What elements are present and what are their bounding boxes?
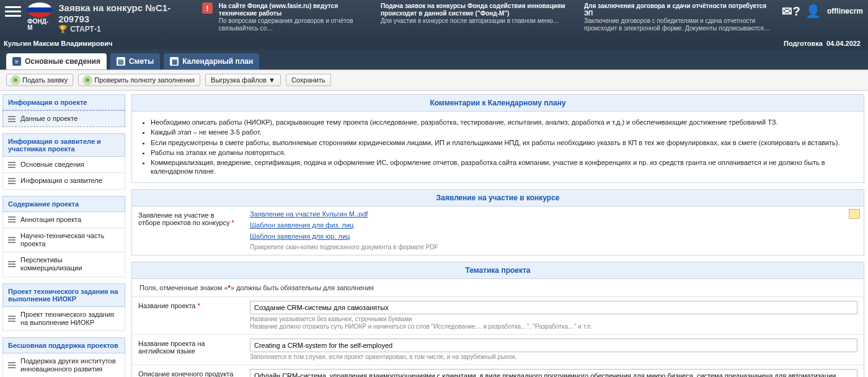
- application-file-link[interactable]: Заявление на участие Кульгин М..pdf: [250, 210, 857, 218]
- comment-item: Необходимо описать работы (НИОКР), раскр…: [151, 118, 856, 126]
- side-item-main-info[interactable]: Основные сведения: [2, 157, 125, 173]
- application-hint: Прикрепите скан-копию подписанного докум…: [250, 244, 857, 251]
- side-group-project-content: Содержание проекта: [2, 196, 125, 212]
- save-button[interactable]: Сохранить: [286, 74, 331, 86]
- doc-icon: ≡: [12, 57, 21, 66]
- header-info: На сайте Фонда (www.fasie.ru) ведутся те…: [219, 2, 776, 32]
- product-desc-textarea[interactable]: [250, 369, 857, 377]
- note-icon[interactable]: [849, 209, 860, 219]
- list-icon: [8, 178, 16, 184]
- side-item-annotation[interactable]: Аннотация проекта: [2, 212, 125, 228]
- user-icon[interactable]: 👤: [805, 2, 822, 20]
- sheet-icon: ▤: [117, 57, 125, 66]
- title-block: Заявка на конкурс №С1-209793 🏆 СТАРТ-1: [58, 2, 192, 33]
- person-name: Кульгин Максим Владимирович: [4, 40, 112, 47]
- tabs-bar: ≡Основные сведения ▤Сметы ▦Календарный п…: [0, 50, 868, 70]
- side-item-commercialization[interactable]: Перспективы коммерциализации: [2, 252, 125, 277]
- side-item-other-support[interactable]: Поддержка других институтов инновационно…: [2, 353, 125, 377]
- info1-text: По вопросам содержания договоров и отчёт…: [219, 17, 370, 32]
- panel-topic: Тематика проекта Поля, отмеченные знаком…: [131, 262, 864, 377]
- status-date: 04.04.2022: [826, 40, 861, 47]
- side-group-seamless: Бесшовная поддержка проектов: [2, 337, 125, 353]
- template-individual-link[interactable]: Шаблон заявления для физ. лиц: [250, 221, 857, 229]
- comment-item: Каждый этап – не менее 3-5 работ.: [151, 128, 856, 136]
- info1-bold: На сайте Фонда (www.fasie.ru) ведутся те…: [219, 2, 370, 17]
- warning-icon[interactable]: !: [202, 2, 213, 14]
- list-icon: [8, 237, 16, 243]
- tab-label: Сметы: [129, 57, 154, 66]
- tab-main-info[interactable]: ≡Основные сведения: [6, 53, 107, 69]
- main-area: Комментарии к Календарному плану Необход…: [125, 91, 868, 377]
- list-icon: [8, 216, 16, 223]
- comment-item: Работы на этапах не должны повторяться.: [151, 148, 856, 157]
- messages-icon[interactable]: ✉?: [782, 2, 800, 20]
- required-fields-note: Поля, отмеченные знаком «*» должны быть …: [132, 279, 864, 296]
- info2-bold: Подача заявок на конкурсы Фонда содейств…: [381, 2, 573, 17]
- application-label: Заявление на участие в отборе проектов п…: [132, 206, 244, 255]
- panel-topic-title: Тематика проекта: [132, 262, 864, 279]
- tab-calendar-plan[interactable]: ▦Календарный план: [164, 53, 259, 69]
- logo-text: ФОНД-М: [27, 19, 52, 31]
- side-group-tz: Проект технического задания на выполнени…: [2, 283, 125, 307]
- list-icon: [8, 116, 16, 122]
- side-group-project-info: Информация о проекте: [2, 94, 125, 110]
- app-logo: ФОНД-М: [27, 2, 52, 31]
- side-item-applicant[interactable]: Информация о заявителе: [2, 173, 125, 189]
- subheader: Кульгин Максим Владимирович Подготовка 0…: [0, 38, 868, 50]
- side-item-scitech[interactable]: Научно-техническая часть проекта: [2, 228, 125, 252]
- menu-hamburger-icon[interactable]: [5, 2, 21, 20]
- panel-application: Заявление на участие в конкурсе Заявлени…: [131, 189, 864, 255]
- info3-bold: Для заключения договора и сдачи отчётнос…: [584, 2, 776, 17]
- comment-item: Коммерциализация, внедрение, сертификаци…: [151, 158, 856, 176]
- panel-application-title: Заявление на участие в конкурсе: [132, 190, 864, 206]
- product-desc-label: Описание конечного продукта *: [132, 365, 244, 377]
- sidebar: Информация о проекте Данные о проекте Ин…: [0, 91, 125, 377]
- list-icon: [8, 362, 16, 368]
- side-group-applicant-info: Информация о заявителе и участниках прое…: [2, 133, 125, 157]
- project-name-en-input[interactable]: [250, 339, 857, 352]
- side-item-tz[interactable]: Проект технического задания на выполнени…: [2, 307, 125, 331]
- list-icon: [8, 162, 16, 168]
- tab-label: Основные сведения: [25, 57, 100, 66]
- export-files-button[interactable]: Выгрузка файлов ▼: [205, 74, 281, 86]
- toolbar: Подать заявку Проверить полноту заполнен…: [0, 70, 868, 91]
- tab-estimates[interactable]: ▤Сметы: [110, 53, 160, 69]
- project-name-hint: Название указывается без кавычек, строчн…: [250, 316, 857, 330]
- app-title: Заявка на конкурс №С1-209793: [58, 2, 192, 25]
- project-name-en-hint: Заполняется в том случае, если проект ор…: [250, 353, 857, 361]
- info2-text: Для участия в конкурсе после авторизации…: [381, 17, 573, 25]
- project-name-input[interactable]: [250, 301, 857, 314]
- calendar-icon: ▦: [170, 57, 179, 66]
- submit-button[interactable]: Подать заявку: [6, 74, 73, 86]
- panel-comments: Комментарии к Календарному плану Необход…: [131, 94, 864, 183]
- tab-label: Календарный план: [182, 57, 253, 66]
- comment-item: Если предусмотрены в смете работы, выпол…: [151, 138, 856, 147]
- comments-list: Необходимо описать работы (НИОКР), раскр…: [140, 118, 856, 176]
- status-label: Подготовка: [784, 40, 823, 47]
- side-item-project-data[interactable]: Данные о проекте: [2, 110, 125, 127]
- info3-text: Заключение договоров с победителями и сд…: [584, 17, 776, 32]
- username: offlinecrm: [827, 7, 863, 16]
- project-name-label: Название проекта *: [132, 297, 244, 334]
- trophy-icon: 🏆: [58, 25, 68, 33]
- app-header: ФОНД-М Заявка на конкурс №С1-209793 🏆 СТ…: [0, 0, 868, 38]
- panel-comments-title: Комментарии к Календарному плану: [132, 95, 864, 112]
- template-legal-link[interactable]: Шаблон заявления для юр. лиц: [250, 233, 857, 240]
- check-button[interactable]: Проверить полноту заполнения: [78, 74, 200, 86]
- list-icon: [8, 316, 16, 322]
- project-name-en-label: Название проекта на английском языке: [132, 335, 244, 365]
- list-icon: [8, 261, 16, 267]
- app-subtitle: СТАРТ-1: [70, 25, 100, 33]
